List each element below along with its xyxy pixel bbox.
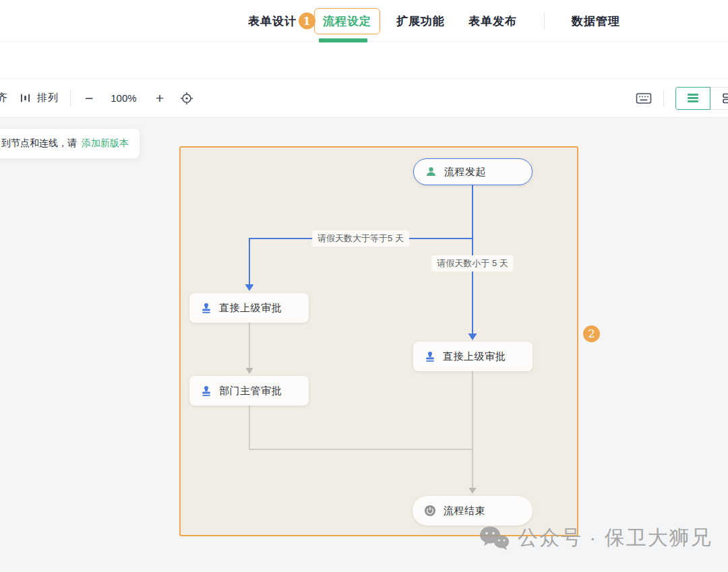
align-button[interactable]: 齐 bbox=[0, 91, 7, 105]
stamp-icon bbox=[201, 385, 212, 397]
tab-flow-setting[interactable]: 1 流程设定 bbox=[314, 8, 380, 34]
locate-button[interactable] bbox=[180, 92, 193, 105]
arrange-button[interactable]: 排列 bbox=[37, 92, 59, 104]
keyboard-icon bbox=[636, 92, 652, 104]
top-header: 表单设计 1 流程设定 扩展功能 表单发布 数据管理 bbox=[0, 0, 728, 42]
node-label: 流程发起 bbox=[444, 166, 486, 179]
list-view-icon bbox=[688, 92, 698, 104]
nav-tabs: 表单设计 1 流程设定 扩展功能 表单发布 数据管理 bbox=[248, 0, 620, 42]
node-flow-end[interactable]: 流程结束 bbox=[413, 496, 533, 526]
zoom-level-value[interactable]: 100% bbox=[111, 92, 136, 104]
node-approval-direct-supervisor-left[interactable]: 直接上级审批 bbox=[189, 293, 309, 323]
node-flow-start[interactable]: 流程发起 bbox=[413, 158, 533, 185]
canvas-toolbar: 齐 排列 − 100% + bbox=[0, 79, 728, 118]
stamp-icon bbox=[425, 351, 435, 362]
keyboard-shortcuts-button[interactable] bbox=[636, 92, 652, 104]
user-icon bbox=[425, 166, 437, 177]
tab-extensions[interactable]: 扩展功能 bbox=[396, 13, 445, 29]
version-notice-toast: 到节点和连线，请 添加新版本 bbox=[0, 129, 140, 158]
arrowhead-blue-left bbox=[245, 284, 254, 291]
toolbar-right-group bbox=[636, 87, 728, 110]
view-toggle-group bbox=[675, 87, 728, 110]
card-view-button[interactable] bbox=[710, 87, 728, 110]
toolbar-divider bbox=[663, 90, 664, 106]
power-icon bbox=[424, 505, 436, 517]
zoom-in-button[interactable]: + bbox=[156, 90, 164, 106]
active-tab-underline bbox=[319, 38, 367, 42]
step-1-badge: 1 bbox=[299, 13, 315, 30]
stamp-icon bbox=[201, 303, 212, 314]
arrowhead-blue-right bbox=[468, 333, 477, 340]
node-label: 直接上级审批 bbox=[219, 302, 282, 315]
node-label: 直接上级审批 bbox=[443, 350, 506, 363]
arrowhead-gray-1 bbox=[246, 368, 253, 374]
notice-text: 到节点和连线，请 bbox=[1, 137, 77, 150]
watermark-text: 公众号 · 保卫大狮兄 bbox=[518, 524, 712, 552]
step-2-badge: 2 bbox=[583, 325, 600, 342]
toolbar-left-group: 齐 排列 − 100% + bbox=[0, 90, 193, 106]
flow-editor-area: 到节点和连线，请 添加新版本 流程发起 bbox=[0, 118, 728, 572]
distribute-icon bbox=[20, 92, 31, 104]
node-label: 流程结束 bbox=[444, 505, 485, 517]
tab-data-management[interactable]: 数据管理 bbox=[572, 13, 620, 29]
locate-icon bbox=[180, 92, 193, 105]
add-new-version-link[interactable]: 添加新版本 bbox=[82, 137, 129, 150]
flow-canvas[interactable]: 流程发起 直接上级审批 部门主管审批 直接上级审批 bbox=[179, 146, 578, 536]
list-view-button[interactable] bbox=[675, 87, 710, 110]
condition-label-lt-5-days[interactable]: 请假天数小于 5 天 bbox=[431, 255, 513, 272]
nav-divider bbox=[544, 12, 545, 30]
card-view-icon bbox=[722, 92, 728, 104]
distribute-button[interactable] bbox=[20, 92, 31, 104]
wechat-icon bbox=[479, 525, 511, 552]
node-approval-dept-manager[interactable]: 部门主管审批 bbox=[189, 376, 309, 406]
sub-header-strip bbox=[0, 42, 728, 79]
node-approval-direct-supervisor-right[interactable]: 直接上级审批 bbox=[413, 342, 533, 371]
tab-form-publish[interactable]: 表单发布 bbox=[468, 13, 517, 29]
align-label: 齐 bbox=[0, 91, 7, 105]
tab-flow-setting-label: 流程设定 bbox=[323, 15, 371, 28]
zoom-out-button[interactable]: − bbox=[85, 90, 93, 106]
watermark: 公众号 · 保卫大狮兄 bbox=[479, 524, 712, 552]
node-label: 部门主管审批 bbox=[219, 385, 282, 398]
arrowhead-gray-2 bbox=[469, 488, 477, 494]
condition-label-gte-5-days[interactable]: 请假天数大于等于5 天 bbox=[312, 230, 409, 247]
tab-form-design[interactable]: 表单设计 bbox=[248, 13, 297, 29]
toolbar-divider bbox=[70, 90, 71, 106]
